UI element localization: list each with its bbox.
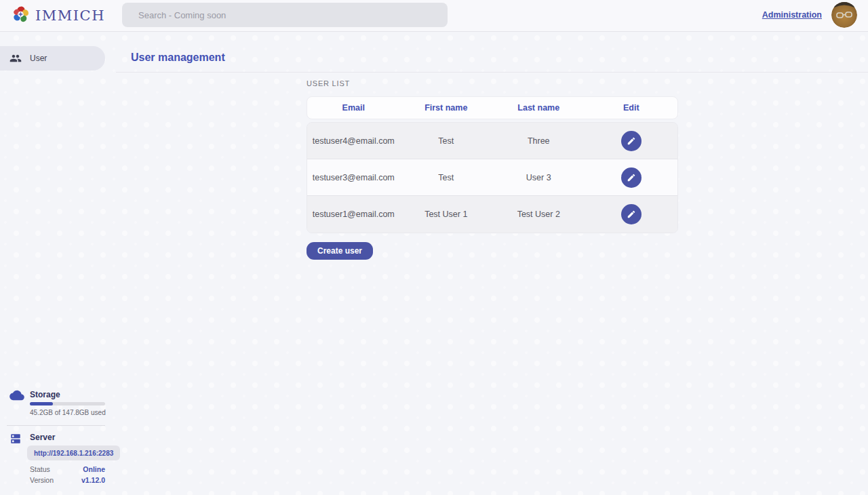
- cell-email: testuser4@email.com: [307, 136, 400, 146]
- version-value: v1.12.0: [81, 476, 105, 484]
- cell-first-name: Test User 1: [400, 210, 493, 219]
- column-header-email: Email: [307, 103, 400, 113]
- storage-usage-text: 45.2GB of 147.8GB used: [30, 409, 106, 416]
- edit-user-button[interactable]: [621, 204, 642, 224]
- sidebar-item-label: User: [30, 54, 47, 63]
- create-user-button[interactable]: Create user: [307, 242, 373, 260]
- user-table-body: testuser4@email.com Test Three testuser3…: [307, 122, 678, 233]
- page-title: User management: [131, 52, 225, 64]
- storage-progress-track: [30, 402, 105, 405]
- table-row: testuser1@email.com Test User 1 Test Use…: [307, 196, 677, 233]
- version-label: Version: [30, 476, 54, 484]
- edit-user-button[interactable]: [621, 167, 642, 188]
- search-input[interactable]: [122, 3, 448, 27]
- cell-email: testuser3@email.com: [307, 173, 400, 182]
- cell-email: testuser1@email.com: [307, 210, 400, 219]
- pencil-icon: [627, 210, 636, 219]
- app-logo[interactable]: IMMICH: [12, 5, 105, 26]
- status-label: Status: [30, 465, 50, 473]
- user-list-label: USER LIST: [307, 79, 350, 87]
- logo-wordmark: IMMICH: [35, 7, 105, 24]
- cell-first-name: Test: [400, 173, 493, 182]
- immich-flower-icon: [12, 5, 30, 26]
- app-header: IMMICH Administration: [0, 0, 868, 32]
- user-table-header: Email First name Last name Edit: [307, 96, 678, 119]
- edit-user-button[interactable]: [621, 131, 642, 151]
- administration-link[interactable]: Administration: [762, 10, 822, 20]
- column-header-edit: Edit: [585, 103, 678, 113]
- storage-progress-fill: [30, 402, 53, 405]
- pencil-icon: [627, 136, 636, 146]
- column-header-first-name: First name: [400, 103, 493, 113]
- server-version-row: Version v1.12.0: [30, 476, 105, 484]
- table-row: testuser3@email.com Test User 3: [307, 159, 677, 196]
- users-group-icon: [9, 52, 22, 64]
- server-status-row: Status Online: [30, 465, 105, 473]
- pencil-icon: [627, 173, 636, 182]
- user-avatar[interactable]: [831, 2, 857, 28]
- server-icon: [9, 433, 22, 448]
- server-title: Server: [30, 433, 55, 442]
- table-row: testuser4@email.com Test Three: [307, 123, 677, 159]
- sidebar-divider: [7, 425, 105, 426]
- cloud-icon: [9, 389, 24, 404]
- cell-first-name: Test: [400, 136, 493, 146]
- column-header-last-name: Last name: [492, 103, 585, 113]
- storage-title: Storage: [30, 390, 60, 399]
- status-value: Online: [83, 465, 105, 473]
- sidebar-item-user[interactable]: User: [0, 46, 105, 71]
- cell-last-name: User 3: [492, 173, 585, 182]
- title-divider: [116, 72, 868, 73]
- cell-last-name: Three: [492, 136, 585, 146]
- cell-last-name: Test User 2: [492, 210, 585, 219]
- server-url-badge: http://192.168.1.216:2283: [27, 446, 120, 460]
